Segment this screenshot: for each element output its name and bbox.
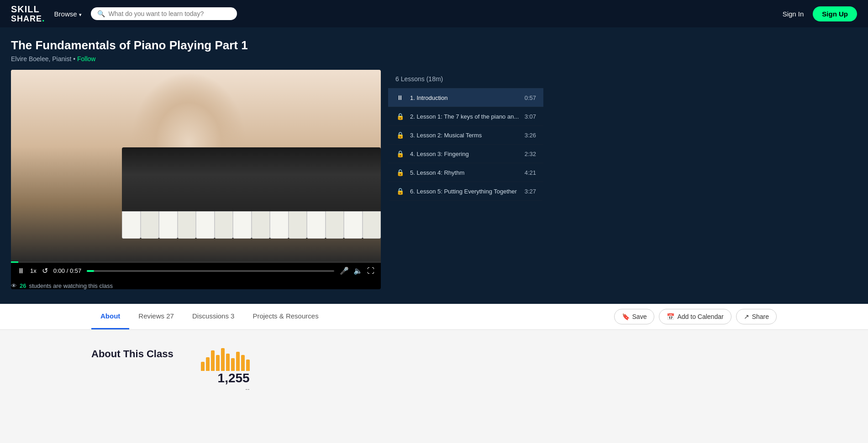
lesson-duration: 0:57 [525, 94, 536, 101]
lock-icon: 🔒 [395, 150, 405, 157]
main-area: The Fundamentals of Piano Playing Part 1… [0, 27, 868, 304]
piano-key [233, 211, 252, 239]
browse-button[interactable]: Browse [54, 10, 82, 18]
seek-fill [87, 270, 94, 272]
watching-badge: 26 students are watching this class [11, 282, 381, 289]
chart-bar [246, 360, 250, 371]
logo-line2: SHARE. [11, 14, 45, 23]
lesson-item[interactable]: 🔒 3. Lesson 2: Musical Terms 3:26 [388, 126, 543, 145]
about-title: About This Class [91, 348, 174, 360]
lock-icon: 🔒 [395, 169, 405, 176]
chart-bar [226, 354, 230, 371]
search-icon: 🔍 [97, 10, 105, 17]
chevron-down-icon [79, 10, 82, 18]
logo-line1: SKILL [11, 5, 45, 14]
follow-link[interactable]: Follow [77, 55, 95, 63]
captions-icon: 🎤 [340, 266, 349, 275]
about-text: About This Class [91, 348, 174, 393]
piano-key [215, 211, 233, 239]
save-button[interactable]: 🔖 Save [614, 309, 655, 324]
piano-keys [122, 211, 381, 239]
pause-icon: ⏸ [17, 267, 25, 275]
chart-bar [236, 352, 240, 371]
chart-bar [241, 355, 245, 371]
video-container: ⏸ 1x ↺ 0:00 / 0:57 🎤 [11, 70, 381, 289]
eye-icon [11, 282, 17, 289]
tab-list: AboutReviews 27Discussions 3Projects & R… [91, 304, 328, 329]
piano-key [252, 211, 270, 239]
lesson-duration: 3:27 [525, 188, 536, 195]
search-input[interactable] [109, 10, 231, 17]
rewind-icon: ↺ [42, 266, 48, 275]
lesson-item[interactable]: 🔒 6. Lesson 5: Putting Everything Togeth… [388, 182, 543, 201]
navbar: SKILL SHARE. Browse 🔍 Sign In Sign Up [0, 0, 868, 27]
lessons-header: 6 Lessons (18m) [388, 70, 543, 89]
tabs-section: AboutReviews 27Discussions 3Projects & R… [0, 304, 868, 330]
lesson-name: 5. Lesson 4: Rhythm [410, 169, 519, 176]
tab-item[interactable]: Reviews 27 [129, 304, 183, 329]
bar-chart [201, 348, 250, 371]
lesson-item[interactable]: 🔒 5. Lesson 4: Rhythm 4:21 [388, 163, 543, 182]
piano-key [122, 211, 141, 239]
lesson-item[interactable]: 🔒 4. Lesson 3: Fingering 2:32 [388, 145, 543, 163]
lock-icon: 🔒 [395, 113, 405, 120]
lesson-item[interactable]: 🔒 2. Lesson 1: The 7 keys of the piano a… [388, 107, 543, 126]
video-progress-bar[interactable] [11, 261, 381, 263]
piano-key [326, 211, 344, 239]
about-section: About This Class 1,255 -- [0, 330, 868, 411]
logo: SKILL SHARE. [11, 5, 45, 23]
volume-icon: 🔈 [353, 266, 363, 275]
volume-button[interactable]: 🔈 [353, 266, 363, 275]
piano-key [289, 211, 307, 239]
lesson-item[interactable]: ⏸ 1. Introduction 0:57 [388, 89, 543, 107]
chart-bar [231, 358, 235, 371]
tab-item[interactable]: About [91, 304, 129, 329]
piano-key [307, 211, 326, 239]
chart-bar [206, 357, 210, 371]
seek-bar[interactable] [87, 270, 334, 272]
piano-key [363, 211, 381, 239]
lesson-duration: 4:21 [525, 169, 536, 176]
piano-key [141, 211, 159, 239]
rewind-button[interactable]: ↺ [42, 266, 48, 275]
students-label: -- [201, 386, 250, 393]
search-bar: 🔍 [91, 7, 237, 20]
speed-button[interactable]: 1x [30, 267, 37, 274]
share-button[interactable]: ↗ Share [736, 309, 777, 324]
captions-button[interactable]: 🎤 [340, 266, 349, 275]
calendar-icon: 📅 [667, 313, 674, 320]
right-controls: 🎤 🔈 ⛶ [340, 266, 374, 275]
lesson-sidebar: 6 Lessons (18m) ⏸ 1. Introduction 0:57 🔒… [388, 70, 543, 201]
pause-button[interactable]: ⏸ [17, 267, 25, 275]
lesson-duration: 3:07 [525, 113, 536, 120]
lesson-name: 2. Lesson 1: The 7 keys of the piano an.… [410, 113, 519, 120]
fullscreen-button[interactable]: ⛶ [367, 267, 374, 275]
calendar-button[interactable]: 📅 Add to Calendar [659, 309, 731, 324]
video-controls: ⏸ 1x ↺ 0:00 / 0:57 🎤 [11, 263, 381, 279]
course-title: The Fundamentals of Piano Playing Part 1 [11, 38, 857, 52]
piano-key [270, 211, 289, 239]
tab-item[interactable]: Discussions 3 [183, 304, 244, 329]
sign-in-button[interactable]: Sign In [783, 10, 804, 18]
lesson-name: 1. Introduction [410, 94, 519, 101]
fullscreen-icon: ⛶ [367, 267, 374, 275]
lesson-name: 3. Lesson 2: Musical Terms [410, 132, 519, 139]
video-progress-fill [11, 261, 18, 263]
chart-bar [201, 362, 205, 371]
content-row: ⏸ 1x ↺ 0:00 / 0:57 🎤 [11, 70, 857, 289]
chart-bar [216, 355, 220, 371]
tab-item[interactable]: Projects & Resources [243, 304, 327, 329]
chart-bar [211, 350, 215, 371]
piano-key [196, 211, 215, 239]
lesson-duration: 3:26 [525, 132, 536, 139]
lesson-name: 4. Lesson 3: Fingering [410, 151, 519, 157]
lesson-list: ⏸ 1. Introduction 0:57 🔒 2. Lesson 1: Th… [388, 89, 543, 201]
piano-key [344, 211, 363, 239]
lesson-duration: 2:32 [525, 151, 536, 157]
students-count: 1,255 [201, 371, 250, 386]
video-frame[interactable] [11, 70, 381, 261]
tab-actions: 🔖 Save 📅 Add to Calendar ↗ Share [614, 309, 777, 324]
sign-up-button[interactable]: Sign Up [813, 6, 857, 21]
pause-icon: ⏸ [395, 94, 405, 101]
lock-icon: 🔒 [395, 131, 405, 139]
